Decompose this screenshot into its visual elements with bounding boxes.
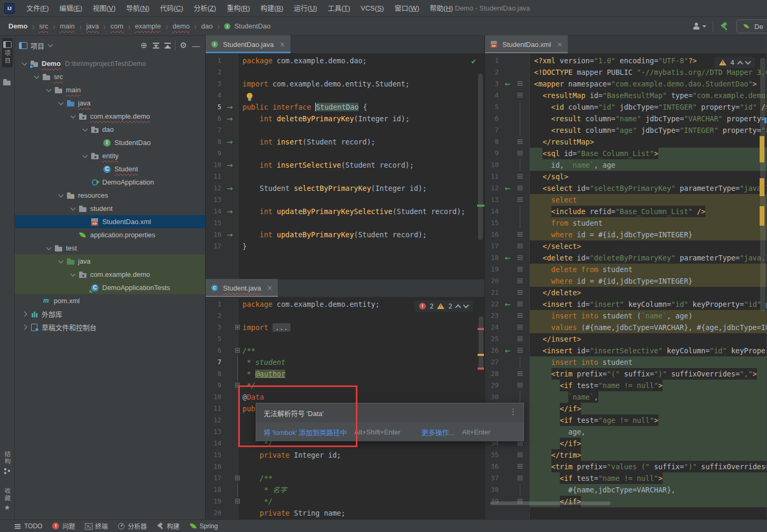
prev-problem-icon[interactable] (737, 61, 743, 66)
tree-row-java[interactable]: java (15, 96, 205, 110)
breadcrumb-item-StudentDao[interactable]: StudentDao (233, 22, 271, 30)
chevron-expanded-icon[interactable] (31, 76, 42, 78)
fold-marker-icon[interactable]: − (231, 496, 238, 507)
close-icon[interactable]: ✕ (279, 41, 285, 49)
more-actions-link[interactable]: 更多操作... (422, 427, 455, 437)
hide-panel-icon[interactable]: — (191, 41, 201, 50)
intellij-logo-icon[interactable]: IJ (4, 3, 15, 14)
fold-marker-icon[interactable]: − (513, 240, 530, 252)
chevron-expanded-icon[interactable] (67, 274, 79, 276)
statusbar-item-分析器[interactable]: 分析器 (117, 521, 147, 530)
project-panel-title[interactable]: 项目 (31, 41, 44, 51)
tree-row-StudentDao.xml[interactable]: StudentDao.xml (15, 215, 205, 228)
tree-row-Demo[interactable]: DemoD:\bin\myproject\Test\Demo (15, 57, 205, 70)
build-hammer-icon[interactable] (720, 21, 730, 32)
chevron-expanded-icon[interactable] (18, 63, 30, 65)
breadcrumb-item-example[interactable]: example (134, 22, 162, 30)
tree-row-pom.xml[interactable]: pom.xml (15, 294, 205, 307)
chevron-collapsed-icon[interactable] (18, 312, 30, 316)
goto-interface-arrow-icon[interactable]: ← (502, 182, 513, 194)
tree-row-StudentDao[interactable]: StudentDao (15, 136, 205, 149)
tree-row-application.properties[interactable]: application.properties (15, 228, 205, 241)
fold-marker-icon[interactable]: − (231, 345, 238, 356)
tree-row-main[interactable]: main (15, 83, 205, 96)
tree-row-外部库[interactable]: 外部库 (15, 307, 205, 321)
fold-marker-icon[interactable]: − (231, 380, 238, 391)
stripe-button-收藏[interactable]: 收藏★ (2, 485, 13, 514)
inspection-widget[interactable]: 4 (714, 57, 755, 68)
goto-interface-arrow-icon[interactable]: ← (502, 78, 513, 90)
menu-item-13[interactable]: 帮助(H) (424, 0, 458, 17)
breadcrumb-item-java[interactable]: java (85, 22, 100, 30)
menu-item-11[interactable]: VCS(S) (355, 0, 389, 17)
chevron-collapsed-icon[interactable] (18, 325, 30, 329)
fold-marker-icon[interactable]: − (513, 287, 530, 298)
tab-studentdao-xml[interactable]: StudentDao.xml ✕ (485, 35, 568, 53)
breadcrumb-item-com[interactable]: com (110, 22, 125, 30)
fold-marker-icon[interactable]: − (513, 78, 530, 90)
goto-mapper-arrow-icon[interactable]: → (225, 101, 235, 113)
stripe-button-项目[interactable]: 项目 (2, 38, 13, 67)
fold-marker-icon[interactable]: − (513, 252, 530, 264)
fold-marker-icon[interactable]: − (513, 461, 530, 472)
menu-item-12[interactable]: 窗口(W) (389, 0, 424, 17)
menu-item-6[interactable]: 分析(Z) (189, 0, 222, 17)
goto-mapper-arrow-icon[interactable]: → (225, 182, 235, 194)
horizontal-scrollbar[interactable] (490, 501, 610, 505)
fold-marker-icon[interactable]: − (513, 310, 530, 322)
prev-problem-icon[interactable] (455, 304, 461, 310)
fold-marker-icon[interactable]: − (513, 345, 530, 356)
goto-mapper-arrow-icon[interactable]: → (225, 206, 235, 217)
goto-mapper-arrow-icon[interactable]: → (225, 229, 235, 240)
run-configuration-selector[interactable]: De (736, 20, 767, 33)
inspection-widget[interactable]: ! 2 2 (414, 301, 473, 312)
locate-file-icon[interactable]: ⊕ (139, 41, 149, 50)
tree-row-java[interactable]: java (15, 255, 205, 268)
goto-interface-arrow-icon[interactable]: ← (502, 298, 513, 310)
menu-item-4[interactable]: 导航(N) (121, 0, 154, 17)
fold-marker-icon[interactable]: − (513, 449, 530, 461)
tree-row-草稿文件和控制台[interactable]: 草稿文件和控制台 (15, 321, 205, 334)
fold-marker-icon[interactable]: − (513, 322, 530, 333)
fold-marker-icon[interactable]: − (513, 136, 530, 148)
next-problem-icon[interactable] (463, 302, 469, 308)
breadcrumb-item-demo[interactable]: demo (171, 22, 191, 30)
tree-row-DemoApplicationTests[interactable]: DemoApplicationTests (15, 281, 205, 294)
tree-row-com.example.demo[interactable]: com.example.demo (15, 268, 205, 281)
fold-marker-icon[interactable]: − (513, 171, 530, 182)
next-problem-icon[interactable] (745, 59, 751, 64)
tab-studentdao-java[interactable]: StudentDao.java ✕ (206, 35, 290, 53)
tree-row-dao[interactable]: dao (15, 123, 205, 136)
statusbar-item-构建[interactable]: 构建 (157, 521, 180, 530)
menu-item-5[interactable]: 代码(C) (154, 0, 188, 17)
editor-studentdao-java[interactable]: ✔ 1package com.example.demo.dao;23import… (206, 54, 484, 279)
breadcrumb-item-dao[interactable]: dao (200, 22, 214, 30)
tree-row-entity[interactable]: entity (15, 149, 205, 162)
settings-gear-icon[interactable]: ⚙ (179, 41, 188, 50)
chevron-expanded-icon[interactable] (67, 208, 79, 210)
tree-row-src[interactable]: src (15, 70, 205, 83)
goto-interface-arrow-icon[interactable]: ← (502, 345, 513, 356)
chevron-expanded-icon[interactable] (79, 129, 91, 131)
chevron-expanded-icon[interactable] (43, 247, 54, 249)
breadcrumb-item-Demo[interactable]: Demo (7, 22, 28, 30)
more-menu-icon[interactable]: ⋮ (509, 407, 517, 417)
fold-marker-icon[interactable]: − (513, 275, 530, 287)
menu-item-8[interactable]: 构建(B) (255, 0, 288, 17)
statusbar-item-问题[interactable]: 问题 (52, 521, 75, 530)
menu-item-10[interactable]: 工具(T) (323, 0, 356, 17)
tree-row-com.example.demo[interactable]: com.example.demo (15, 110, 205, 123)
tree-row-DemoApplication[interactable]: DemoApplication (15, 176, 205, 189)
fold-marker-icon[interactable]: − (513, 229, 530, 240)
fold-marker-icon[interactable]: − (513, 182, 530, 194)
expand-all-icon[interactable] (152, 41, 160, 50)
breadcrumb-item-src[interactable]: src (38, 22, 49, 30)
fold-marker-icon[interactable]: − (513, 148, 530, 159)
statusbar-item-终端[interactable]: 终端 (84, 521, 108, 530)
stripe-button-folder[interactable] (2, 75, 13, 90)
tree-row-Student[interactable]: Student (15, 162, 205, 176)
close-icon[interactable]: ✕ (557, 41, 563, 49)
tab-student-java[interactable]: Student.java ✕ (206, 279, 278, 297)
tree-row-test[interactable]: test (15, 241, 205, 255)
fold-marker-icon[interactable]: − (513, 368, 530, 380)
